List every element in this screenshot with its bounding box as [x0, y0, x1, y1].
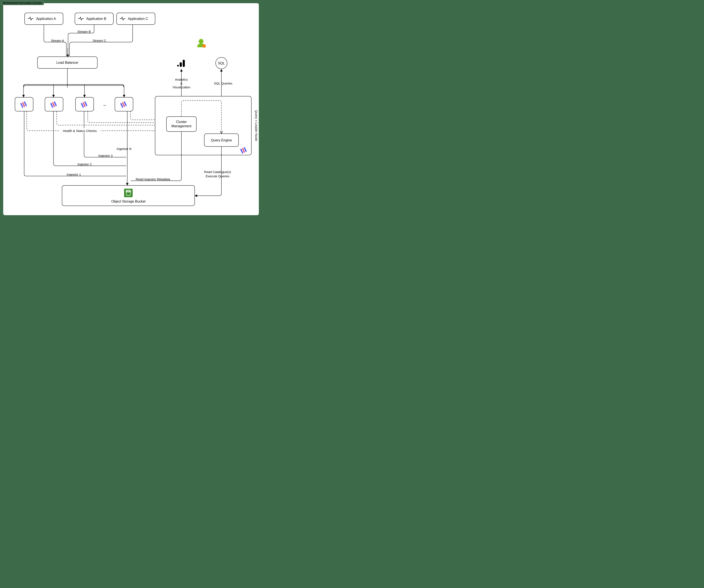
- node-application-b: Application B: [75, 13, 113, 24]
- edge-health-2: [57, 111, 166, 125]
- svg-point-15: [177, 65, 179, 66]
- ellipsis: ...: [103, 103, 106, 106]
- user-icon: [197, 39, 206, 48]
- node-ingestor-3: [75, 97, 94, 111]
- ingestor-3-label: Ingestor 3: [99, 154, 113, 158]
- read-cat-label-1: Read Catalogue(s): [204, 170, 231, 174]
- ingestor-n-label: Ingestor N: [117, 147, 131, 151]
- node-sql: SQL: [216, 57, 227, 69]
- edge-ing2-storage: [54, 111, 126, 166]
- edge-ing1-storage: [24, 111, 126, 176]
- node-application-a: Application A: [24, 13, 63, 24]
- node-ingestor-n: [115, 97, 133, 111]
- edge-health-3: [88, 111, 166, 123]
- bucket-icon: [124, 189, 133, 197]
- edge-stream-b: [68, 24, 94, 56]
- svg-rect-17: [183, 60, 185, 67]
- application-c-label: Application C: [128, 17, 148, 20]
- node-query-engine: Query Engine: [204, 134, 238, 146]
- node-ingestor-1: [15, 97, 33, 111]
- node-application-c: Application C: [117, 13, 155, 24]
- health-label: Health & Status Checks: [63, 129, 97, 133]
- ingestor-2-label: Ingestor 2: [77, 162, 92, 166]
- sql-queries-label: SQL Queries: [214, 81, 232, 85]
- diagram-canvas: Application A Application B Application …: [3, 3, 259, 215]
- node-ingestor-2: [45, 97, 63, 111]
- edge-health-1: [27, 111, 166, 131]
- application-a-label: Application A: [36, 17, 56, 20]
- application-b-label: Application B: [86, 17, 106, 20]
- query-engine-label: Query Engine: [211, 138, 232, 142]
- node-cluster-management: Cluster Management: [166, 117, 196, 131]
- svg-rect-13: [166, 117, 196, 131]
- node-object-storage: Object Storage Bucket: [62, 185, 195, 206]
- cluster-mgmt-label-2: Management: [171, 124, 191, 128]
- sql-label: SQL: [218, 61, 225, 65]
- svg-rect-16: [180, 62, 182, 67]
- stream-b-label: Stream B: [77, 30, 91, 34]
- object-storage-label: Object Storage Bucket: [111, 199, 146, 203]
- load-balancer-label: Load Balancer: [56, 61, 78, 64]
- svg-point-19: [199, 39, 203, 44]
- stream-a-label: Stream A: [51, 39, 64, 42]
- analytics-icon: [177, 60, 185, 67]
- analytics-label-2: &: [180, 81, 182, 85]
- analytics-label-3: Visualization: [172, 85, 190, 89]
- leader-side-label: Query + Leader Node: [254, 110, 258, 141]
- read-ing-meta-label: Read Ingestor Metadata: [136, 177, 171, 181]
- node-load-balancer: Load Balancer: [38, 57, 97, 68]
- read-cat-label-2: Execute Queries: [206, 174, 230, 178]
- stream-c-label: Stream C: [93, 39, 106, 42]
- ingestor-1-label: Ingestor 1: [67, 173, 81, 176]
- cluster-mgmt-label-1: Cluster: [176, 120, 187, 124]
- analytics-label-1: Analytics: [175, 78, 188, 81]
- diagram-title: Distributed Parseable Cluster: [1, 1, 44, 5]
